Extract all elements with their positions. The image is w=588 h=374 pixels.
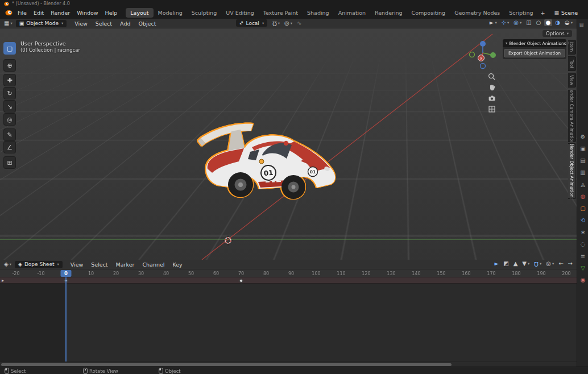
add-cube-tool[interactable]: ⊞ xyxy=(3,156,16,169)
dopesheet-menu-view[interactable]: View xyxy=(67,261,88,268)
viewport-menu-object[interactable]: Object xyxy=(134,20,160,27)
timeline-ruler[interactable]: -20-100102030405060708090100110120130140… xyxy=(0,269,577,277)
workspace-tab-compositing[interactable]: Compositing xyxy=(407,8,450,18)
workspace-tab-layout[interactable]: Layout xyxy=(126,8,153,18)
playhead-frame-indicator[interactable]: 0 xyxy=(61,270,72,277)
snap-icon[interactable]: Ω▾ xyxy=(532,260,543,267)
zoom-view-button[interactable] xyxy=(487,72,496,81)
mode-selector[interactable]: ▣ Object Mode ▾ xyxy=(16,20,67,27)
transform-orientation-selector[interactable]: ↔ Local ▾ xyxy=(236,19,267,27)
render-properties-tab[interactable]: ▣ xyxy=(578,144,587,153)
material-properties-tab[interactable]: ◉ xyxy=(578,275,587,284)
gizmo-minus-y-axis[interactable] xyxy=(470,52,475,57)
menu-edit[interactable]: Edit xyxy=(30,8,47,18)
move-tool[interactable]: ✚ xyxy=(3,74,16,86)
measure-tool[interactable]: ∠ xyxy=(3,141,16,153)
workspace-tab-texture-paint[interactable]: Texture Paint xyxy=(259,8,303,18)
export-object-animation-button[interactable]: Export Object Animation xyxy=(504,49,565,57)
workspace-tab-scripting[interactable]: Scripting xyxy=(504,8,537,18)
xray-toggle-icon[interactable]: ◫ xyxy=(524,19,533,26)
show-hidden-icon[interactable]: ◩ xyxy=(502,260,510,267)
workspace-tab-sculpting[interactable]: Sculpting xyxy=(187,8,221,18)
dopesheet-menu-key[interactable]: Key xyxy=(168,261,186,268)
sidebar-panel-header[interactable]: ▾ Blender Object Animations ∷∷ xyxy=(503,39,566,47)
object-types-visibility-icon[interactable]: ►▾ xyxy=(488,19,499,26)
copy-keyframes-icon[interactable]: ⇠ xyxy=(557,260,565,267)
scale-tool[interactable]: ↘ xyxy=(3,100,16,113)
constraints-properties-tab[interactable]: ≡ xyxy=(578,251,587,260)
workspace-tab-geometry-nodes[interactable]: Geometry Nodes xyxy=(450,8,504,18)
gizmo-z-axis[interactable] xyxy=(480,41,486,47)
dopesheet-menu-select[interactable]: Select xyxy=(87,261,111,268)
object-data-properties-tab[interactable]: ▽ xyxy=(578,263,587,272)
filter-icon[interactable]: ▼▾ xyxy=(520,260,531,267)
gizmo-minus-z-axis[interactable] xyxy=(481,64,486,69)
workspace-tab-modeling[interactable]: Modeling xyxy=(154,8,187,18)
gizmo-y-axis[interactable] xyxy=(490,52,496,58)
snapping-magnet-icon[interactable]: Ω▾ xyxy=(271,20,281,27)
workspace-tab-rendering[interactable]: Rendering xyxy=(370,8,407,18)
annotate-tool[interactable]: ✎ xyxy=(3,128,16,141)
proportional-edit-icon[interactable]: ◎▾ xyxy=(544,260,556,267)
shading-material-icon[interactable]: ◑ xyxy=(553,19,562,26)
modifiers-properties-tab[interactable]: ⟲ xyxy=(578,215,587,225)
scene-properties-tab[interactable]: ◬ xyxy=(578,180,587,189)
racing-car-object[interactable]: 01 01 xyxy=(198,124,335,199)
proportional-editing-icon[interactable]: ◎▾ xyxy=(283,20,294,27)
show-markers-icon[interactable]: ▲ xyxy=(512,260,520,267)
properties-editor-type-icon[interactable]: ▤ xyxy=(579,22,584,27)
sidebar-tab-view[interactable]: View xyxy=(568,73,576,88)
world-properties-tab[interactable]: ◍ xyxy=(578,192,587,201)
dope-sheet-editor-type-button[interactable]: ◈ ▾ xyxy=(2,261,13,268)
channel-expand-icon[interactable]: ▸ xyxy=(2,278,4,283)
view-layer-properties-tab[interactable]: ▥ xyxy=(578,168,587,177)
object-properties-tab[interactable]: ▢ xyxy=(578,203,587,213)
viewport-menu-view[interactable]: View xyxy=(71,20,92,27)
scrollbar-handle[interactable] xyxy=(1,363,452,366)
dope-sheet-mode-selector[interactable]: ◈ Dope Sheet ▾ xyxy=(15,261,63,268)
viewport-options-button[interactable]: Options ▾ xyxy=(543,30,572,37)
rotate-tool[interactable]: ↻ xyxy=(3,87,16,99)
workspace-tab-shading[interactable]: Shading xyxy=(303,8,334,18)
paste-keyframes-icon[interactable]: ⇢ xyxy=(566,260,574,267)
viewport-editor-type-button[interactable]: ▦ ▾ xyxy=(2,20,14,27)
sidebar-tab-tool[interactable]: Tool xyxy=(568,56,576,71)
camera-view-button[interactable] xyxy=(487,93,496,103)
add-workspace-button[interactable]: + xyxy=(538,8,548,18)
scene-selector[interactable]: ▦ Scene xyxy=(554,7,578,18)
orthographic-toggle-button[interactable] xyxy=(487,104,496,114)
gizmos-toggle-icon[interactable]: ⊹▾ xyxy=(500,19,511,26)
cursor-tool[interactable]: ⊕ xyxy=(3,59,16,72)
viewport-menu-add[interactable]: Add xyxy=(116,20,134,27)
workspace-tab-animation[interactable]: Animation xyxy=(334,8,370,18)
only-selected-icon[interactable]: ► xyxy=(492,260,500,267)
shading-rendered-icon[interactable]: ◒▾ xyxy=(563,19,574,26)
particles-properties-tab[interactable]: ∗ xyxy=(578,227,587,236)
physics-properties-tab[interactable]: ◌ xyxy=(578,239,587,248)
shading-wireframe-icon[interactable]: ○ xyxy=(535,19,543,26)
dope-sheet-canvas[interactable]: ▸ xyxy=(0,277,577,361)
menu-window[interactable]: Window xyxy=(73,8,101,18)
menu-render[interactable]: Render xyxy=(47,8,73,18)
navigation-gizmo[interactable]: X xyxy=(469,38,497,70)
proportional-falloff-icon[interactable]: ∿ xyxy=(295,20,303,27)
tool-properties-tab[interactable]: ⚙ xyxy=(578,132,587,141)
menu-file[interactable]: File xyxy=(14,8,30,18)
summary-channel-row[interactable] xyxy=(0,277,577,284)
output-properties-tab[interactable]: ▤ xyxy=(578,156,587,165)
transform-tool[interactable]: ◎ xyxy=(3,113,16,126)
sidebar-tab-blender-object-animations[interactable]: Blender Object Animations xyxy=(568,143,576,199)
select-box-tool[interactable]: ▢ xyxy=(3,42,16,55)
blender-menu-button[interactable] xyxy=(3,9,14,16)
viewport-canvas[interactable]: 01 01 User Perspective (0) C xyxy=(0,28,577,260)
shading-solid-icon[interactable]: ● xyxy=(544,19,553,26)
pan-view-button[interactable] xyxy=(487,82,496,92)
playhead-line[interactable] xyxy=(65,277,67,361)
dopesheet-menu-channel[interactable]: Channel xyxy=(138,261,168,268)
sidebar-tab-blender-camera-animations[interactable]: Blender Camera Animations xyxy=(568,90,576,142)
menu-help[interactable]: Help xyxy=(102,8,121,18)
workspace-tab-uv-editing[interactable]: UV Editing xyxy=(221,8,259,18)
viewport-menu-select[interactable]: Select xyxy=(92,20,116,27)
overlays-toggle-icon[interactable]: ◎▾ xyxy=(512,19,523,26)
keyframe-diamond[interactable] xyxy=(239,278,243,282)
